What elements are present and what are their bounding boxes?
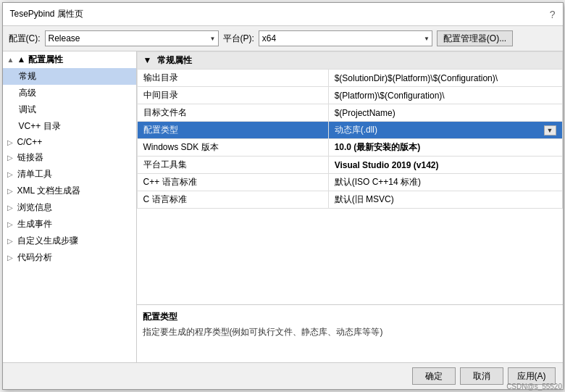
table-row[interactable]: 中间目录 $(Platform)\$(Configuration)\ <box>137 87 562 104</box>
table-row[interactable]: C++ 语言标准 默认(ISO C++14 标准) <box>137 174 562 191</box>
title-bar: TesePybind 属性页 ? <box>3 3 563 26</box>
footer: 确定 取消 应用(A) <box>3 362 563 389</box>
config-label: 配置(C): <box>9 33 41 45</box>
tree-item-build-events[interactable]: ▷ 生成事件 <box>3 216 136 233</box>
cpp-arrow: ▷ <box>7 138 14 146</box>
tree-item-manifest-label: 清单工具 <box>17 168 52 180</box>
ok-button[interactable]: 确定 <box>412 367 456 385</box>
prop-value-c-standard: 默认(旧 MSVC) <box>328 191 562 209</box>
tree-item-custom-build[interactable]: ▷ 自定义生成步骤 <box>3 233 136 249</box>
tree-item-cpp[interactable]: ▷ C/C++ <box>3 135 136 149</box>
prop-name-platform-toolset: 平台工具集 <box>137 157 328 174</box>
section-header-row: ▼ 常规属性 <box>137 52 562 70</box>
dialog: TesePybind 属性页 ? 配置(C): Release 平台(P): x… <box>2 2 564 390</box>
tree-item-debug-label: 调试 <box>19 104 36 116</box>
prop-value-output-dir: $(SolutionDir)$(Platform)\$(Configuratio… <box>328 70 562 87</box>
tree-item-code-analysis[interactable]: ▷ 代码分析 <box>3 249 136 266</box>
main-area: ▲ ▲ 配置属性 常规 高级 调试 VC++ 目录 ▷ C/C++ ▷ 链接器 <box>3 51 563 362</box>
section-arrow: ▼ <box>143 55 152 65</box>
toolbar: 配置(C): Release 平台(P): x64 配置管理器(O)... <box>3 26 563 51</box>
description-panel: 配置类型 指定要生成的程序类型(例如可执行文件、静态库、动态库等等) <box>137 304 563 362</box>
table-row[interactable]: Windows SDK 版本 10.0 (最新安装的版本) <box>137 139 562 157</box>
cancel-button[interactable]: 取消 <box>460 367 503 385</box>
table-row[interactable]: 配置类型 动态库(.dll) ▼ <box>137 122 562 139</box>
prop-name-cpp-standard: C++ 语言标准 <box>137 174 328 191</box>
platform-select-wrapper: x64 <box>259 30 432 46</box>
right-panel: ▼ 常规属性 输出目录 $(SolutionDir)$(Platform)\$(… <box>137 51 563 362</box>
manifest-arrow: ▷ <box>7 170 14 178</box>
build-events-arrow: ▷ <box>7 220 14 228</box>
tree-item-xml-label: XML 文档生成器 <box>17 185 81 197</box>
prop-name-output-dir: 输出目录 <box>137 70 328 87</box>
tree-item-custom-build-label: 自定义生成步骤 <box>17 235 78 247</box>
table-row[interactable]: C 语言标准 默认(旧 MSVC) <box>137 191 562 209</box>
prop-name-target-name: 目标文件名 <box>137 104 328 122</box>
tree-item-advanced[interactable]: 高级 <box>3 85 136 101</box>
prop-name-config-type: 配置类型 <box>137 122 328 139</box>
props-table: ▼ 常规属性 输出目录 $(SolutionDir)$(Platform)\$(… <box>137 51 563 304</box>
prop-value-cpp-standard: 默认(ISO C++14 标准) <box>328 174 562 191</box>
config-type-dropdown-icon[interactable]: ▼ <box>544 125 556 135</box>
platform-label: 平台(P): <box>223 33 254 45</box>
help-button[interactable]: ? <box>550 9 556 20</box>
tree-item-browse[interactable]: ▷ 浏览信息 <box>3 199 136 216</box>
tree-item-build-events-label: 生成事件 <box>17 218 52 230</box>
prop-value-sdk-version: 10.0 (最新安装的版本) <box>328 139 562 157</box>
tree-item-general-label: 常规 <box>19 70 36 83</box>
prop-value-config-type[interactable]: 动态库(.dll) ▼ <box>328 122 562 139</box>
code-analysis-arrow: ▷ <box>7 254 14 262</box>
prop-value-target-name: $(ProjectName) <box>328 104 562 122</box>
table-row[interactable]: 输出目录 $(SolutionDir)$(Platform)\$(Configu… <box>137 70 562 87</box>
table-row[interactable]: 目标文件名 $(ProjectName) <box>137 104 562 122</box>
tree-item-debug[interactable]: 调试 <box>3 101 136 118</box>
section-label: 常规属性 <box>157 55 192 65</box>
tree-item-cpp-label: C/C++ <box>17 137 43 147</box>
tree-root[interactable]: ▲ ▲ 配置属性 <box>3 51 136 68</box>
prop-value-inter-dir: $(Platform)\$(Configuration)\ <box>328 87 562 104</box>
custom-build-arrow: ▷ <box>7 237 14 245</box>
tree-item-code-analysis-label: 代码分析 <box>17 251 52 264</box>
tree-item-linker-label: 链接器 <box>17 151 43 164</box>
tree-item-manifest[interactable]: ▷ 清单工具 <box>3 166 136 183</box>
linker-arrow: ▷ <box>7 154 14 162</box>
tree-item-general[interactable]: 常规 <box>3 68 136 85</box>
tree-item-vcpp[interactable]: VC++ 目录 <box>3 118 136 135</box>
config-select[interactable]: Release <box>45 30 219 46</box>
config-select-wrapper: Release <box>45 30 219 46</box>
prop-value-platform-toolset: Visual Studio 2019 (v142) <box>328 157 562 174</box>
prop-name-sdk-version: Windows SDK 版本 <box>137 139 328 157</box>
xml-arrow: ▷ <box>7 187 14 195</box>
tree-item-advanced-label: 高级 <box>19 87 36 99</box>
config-type-value: 动态库(.dll) <box>335 124 377 136</box>
prop-name-inter-dir: 中间目录 <box>137 87 328 104</box>
prop-name-c-standard: C 语言标准 <box>137 191 328 209</box>
tree-root-label: ▲ 配置属性 <box>17 54 63 66</box>
dialog-title: TesePybind 属性页 <box>10 8 83 20</box>
platform-select[interactable]: x64 <box>259 30 432 46</box>
description-text: 指定要生成的程序类型(例如可执行文件、静态库、动态库等等) <box>143 326 557 338</box>
tree-item-linker[interactable]: ▷ 链接器 <box>3 149 136 166</box>
browse-arrow: ▷ <box>7 204 14 212</box>
left-panel: ▲ ▲ 配置属性 常规 高级 调试 VC++ 目录 ▷ C/C++ ▷ 链接器 <box>3 51 137 362</box>
table-row[interactable]: 平台工具集 Visual Studio 2019 (v142) <box>137 157 562 174</box>
tree-item-vcpp-label: VC++ 目录 <box>19 120 61 133</box>
tree-item-xml[interactable]: ▷ XML 文档生成器 <box>3 183 136 199</box>
watermark: CSDN@s_55520 <box>506 383 562 391</box>
description-title: 配置类型 <box>143 311 557 323</box>
root-arrow: ▲ <box>7 56 14 64</box>
config-manager-button[interactable]: 配置管理器(O)... <box>437 30 513 46</box>
tree-item-browse-label: 浏览信息 <box>17 201 52 214</box>
